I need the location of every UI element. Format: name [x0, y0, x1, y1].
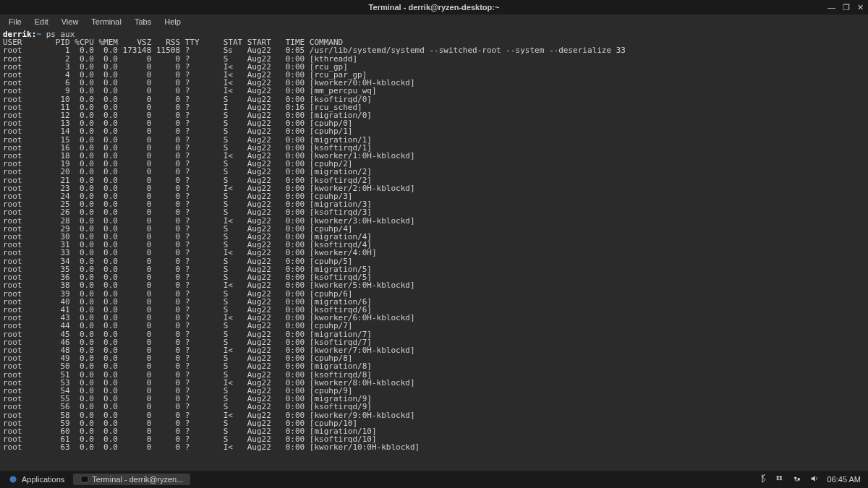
- terminal-area[interactable]: derrik:~ ps auxUSER PID %CPU %MEM VSZ RS…: [0, 29, 868, 453]
- network-icon[interactable]: [793, 474, 801, 484]
- svg-rect-3: [794, 477, 796, 479]
- taskbar-item-label: Terminal - derrik@ryzen...: [92, 475, 183, 484]
- table-row: root 44 0.0 0.0 0 0 ? S Aug22 0:00 [cpuh…: [3, 322, 865, 330]
- table-row: root 20 0.0 0.0 0 0 ? S Aug22 0:00 [migr…: [3, 168, 865, 176]
- applications-launcher[interactable]: Applications: [3, 475, 70, 484]
- svg-rect-2: [82, 476, 88, 482]
- minimize-button[interactable]: —: [827, 3, 835, 12]
- taskbar: Applications Terminal - derrik@ryzen... …: [0, 471, 868, 488]
- menubar: File Edit View Terminal Tabs Help: [0, 14, 868, 29]
- maximize-button[interactable]: ❐: [843, 3, 850, 12]
- menu-tabs[interactable]: Tabs: [129, 16, 157, 27]
- window-title: Terminal - derrik@ryzen-desktop:~: [369, 3, 500, 12]
- table-row: root 9 0.0 0.0 0 0 ? I< Aug22 0:00 [mm_p…: [3, 87, 865, 95]
- taskbar-item-terminal[interactable]: Terminal - derrik@ryzen...: [73, 474, 190, 485]
- clock[interactable]: 06:45 AM: [827, 475, 861, 484]
- table-row: root 38 0.0 0.0 0 0 ? I< Aug22 0:00 [kwo…: [3, 281, 865, 289]
- menu-help[interactable]: Help: [158, 16, 187, 27]
- table-row: root 50 0.0 0.0 0 0 ? S Aug22 0:00 [migr…: [3, 362, 865, 370]
- applications-label: Applications: [22, 475, 64, 484]
- terminal-icon: [80, 475, 89, 484]
- table-row: root 26 0.0 0.0 0 0 ? S Aug22 0:00 [ksof…: [3, 208, 865, 216]
- xfce-icon: [9, 475, 17, 484]
- system-tray: 06:45 AM: [758, 474, 865, 484]
- bluetooth-icon[interactable]: [758, 474, 767, 484]
- table-row: root 56 0.0 0.0 0 0 ? S Aug22 0:00 [ksof…: [3, 403, 865, 411]
- volume-icon[interactable]: [810, 474, 819, 484]
- menu-file[interactable]: File: [3, 16, 27, 27]
- close-button[interactable]: ✕: [857, 3, 864, 12]
- menu-edit[interactable]: Edit: [29, 16, 54, 27]
- table-row: root 14 0.0 0.0 0 0 ? S Aug22 0:00 [cpuh…: [3, 127, 865, 135]
- table-row: root 1 0.0 0.0 173148 11508 ? Ss Aug22 0…: [3, 46, 865, 54]
- table-row: root 33 0.0 0.0 0 0 ? I< Aug22 0:00 [kwo…: [3, 249, 865, 257]
- menu-terminal[interactable]: Terminal: [85, 16, 127, 27]
- menu-view[interactable]: View: [56, 16, 85, 27]
- dropbox-icon[interactable]: [775, 474, 784, 484]
- table-row: root 63 0.0 0.0 0 0 ? I< Aug22 0:00 [kwo…: [3, 443, 865, 451]
- titlebar[interactable]: Terminal - derrik@ryzen-desktop:~ — ❐ ✕: [0, 0, 868, 14]
- svg-point-0: [10, 476, 17, 483]
